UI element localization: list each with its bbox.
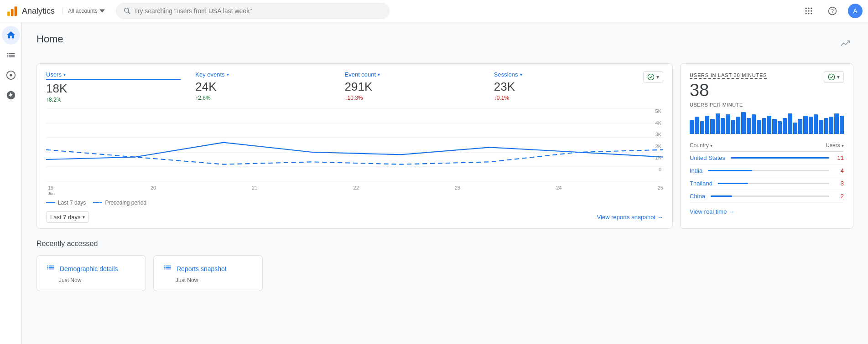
check-dropdown[interactable]: ▾	[656, 74, 659, 80]
date-range-picker[interactable]: Last 7 days ▾	[46, 211, 89, 223]
realtime-card: Users in last 30 minutes 38 ▾ Users per …	[680, 63, 853, 229]
search-bar[interactable]	[116, 3, 390, 19]
country-row: China 2	[690, 190, 844, 203]
check-status-button[interactable]: ▾	[643, 71, 663, 83]
country-bar	[731, 157, 829, 159]
recently-accessed-title: Recently accessed	[36, 240, 853, 248]
search-input[interactable]	[134, 7, 382, 15]
recent-demographic-name: Demographic details	[60, 265, 118, 272]
app-title: Analytics	[22, 6, 55, 16]
mini-bar	[726, 114, 730, 134]
mini-bar	[788, 113, 792, 134]
mini-bar	[710, 119, 714, 134]
mini-bar	[700, 121, 704, 134]
country-bar-wrap	[711, 195, 829, 197]
help-button[interactable]: ?	[824, 3, 841, 19]
svg-point-10	[811, 10, 812, 11]
key-events-dropdown-arrow[interactable]: ▾	[227, 72, 229, 77]
recent-card-demographic[interactable]: Demographic details Just Now	[36, 255, 146, 291]
mini-bar	[731, 120, 735, 134]
metric-key-events: Key events ▾ 24K ↑2.6%	[195, 71, 330, 101]
metric-sessions-label[interactable]: Sessions ▾	[494, 71, 629, 78]
mini-bar-chart	[690, 111, 844, 134]
mini-bar	[721, 118, 725, 134]
country-name[interactable]: India	[690, 167, 702, 174]
country-table-body: United States 11 India 4 Thailand 3 Chin…	[690, 152, 844, 203]
svg-point-6	[808, 8, 809, 9]
sidebar-item-reports[interactable]	[2, 46, 20, 64]
metric-sessions: Sessions ▾ 23K ↓0.1%	[494, 71, 629, 101]
user-avatar[interactable]: A	[848, 4, 863, 18]
trend-icon-button[interactable]	[837, 36, 853, 52]
country-name[interactable]: China	[690, 193, 705, 200]
country-bar	[711, 195, 732, 197]
metric-event-count-value: 291K	[345, 80, 479, 94]
mini-bar	[814, 114, 818, 134]
country-bar	[718, 183, 748, 184]
svg-point-12	[808, 13, 809, 14]
country-bar-wrap	[718, 183, 829, 184]
mini-bar	[716, 113, 720, 134]
metric-key-events-value: 24K	[195, 80, 330, 94]
mini-bar	[809, 117, 813, 134]
users-col-header[interactable]: Users ▾	[826, 142, 844, 149]
country-table-header: Country ▾ Users ▾	[690, 139, 844, 152]
svg-point-18	[648, 74, 654, 80]
metrics-card: Users ▾ 18K ↑8.2% Key events ▾ 24K ↑2.6%	[36, 63, 673, 229]
legend-dashed-line	[93, 202, 102, 203]
chart-svg	[46, 108, 663, 181]
users-dropdown-arrow[interactable]: ▾	[63, 72, 66, 77]
legend-solid-line	[46, 202, 55, 203]
search-icon	[123, 7, 130, 15]
apps-button[interactable]	[800, 3, 817, 19]
country-bar-wrap	[708, 170, 829, 171]
svg-point-11	[806, 13, 807, 14]
country-bar-wrap	[731, 157, 829, 159]
mini-bar	[705, 116, 709, 134]
realtime-check-arrow[interactable]: ▾	[837, 74, 840, 80]
logo[interactable]: Analytics	[5, 5, 55, 17]
analytics-logo-icon	[5, 5, 18, 17]
sidebar-item-advertising[interactable]	[2, 86, 20, 104]
account-label: All accounts	[68, 8, 98, 14]
realtime-label: Users in last 30 minutes	[690, 72, 767, 79]
recent-snapshot-name: Reports snapshot	[177, 265, 227, 272]
metric-key-events-change: ↑2.6%	[195, 95, 330, 101]
country-count: 3	[835, 180, 844, 187]
country-name[interactable]: Thailand	[690, 180, 712, 187]
sidebar-item-explore[interactable]	[2, 66, 20, 84]
view-reports-link[interactable]: View reports snapshot →	[597, 214, 663, 221]
realtime-check-button[interactable]: ▾	[824, 71, 844, 83]
sidebar-item-home[interactable]	[2, 26, 20, 44]
mini-bar	[778, 121, 782, 134]
realtime-subtext: Users per minute	[690, 102, 844, 108]
mini-bar	[690, 120, 694, 134]
legend-last7days: Last 7 days	[46, 200, 86, 206]
metric-users-label[interactable]: Users ▾	[46, 71, 181, 80]
mini-bar	[840, 116, 844, 134]
country-count: 11	[835, 154, 844, 161]
metric-key-events-label[interactable]: Key events ▾	[195, 71, 330, 78]
account-selector[interactable]: All accounts	[62, 8, 105, 14]
realtime-arrow-right-icon: →	[728, 208, 734, 215]
country-row: India 4	[690, 164, 844, 177]
realtime-count: 38	[690, 81, 767, 100]
country-name[interactable]: United States	[690, 154, 725, 161]
metric-event-count-change: ↓10.3%	[345, 95, 479, 101]
sessions-dropdown-arrow[interactable]: ▾	[520, 72, 522, 77]
view-realtime-link[interactable]: View real time →	[690, 208, 844, 215]
metric-sessions-value: 23K	[494, 80, 629, 94]
recent-card-reports-snapshot[interactable]: Reports snapshot Just Now	[153, 255, 263, 291]
mini-bar	[803, 116, 807, 134]
mini-bar	[695, 117, 699, 134]
event-count-dropdown-arrow[interactable]: ▾	[378, 72, 380, 77]
mini-bar	[834, 113, 838, 134]
recent-card-snapshot-header: Reports snapshot	[163, 263, 253, 274]
country-col-header[interactable]: Country ▾	[690, 142, 712, 149]
metric-event-count-label[interactable]: Event count ▾	[345, 71, 479, 78]
mini-bar	[757, 120, 761, 134]
date-range-arrow[interactable]: ▾	[83, 215, 85, 220]
recently-accessed-section: Recently accessed Demographic details Ju…	[36, 240, 853, 291]
svg-point-25	[828, 74, 834, 80]
country-bar	[708, 170, 752, 171]
